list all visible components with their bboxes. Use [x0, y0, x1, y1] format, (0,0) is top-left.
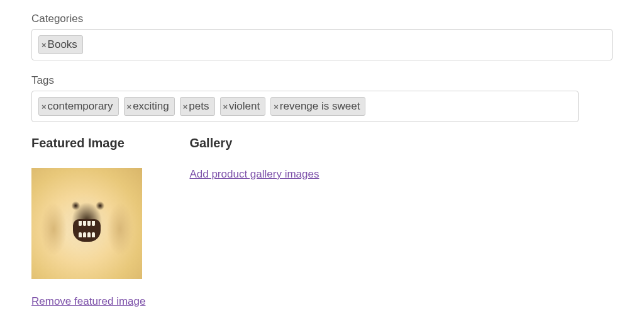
gallery-heading: Gallery [189, 136, 319, 150]
close-icon[interactable]: × [42, 103, 47, 111]
categories-label: Categories [31, 13, 613, 25]
tag-label: exciting [133, 99, 169, 113]
tag-label: revenge is sweet [280, 99, 360, 113]
featured-image-column: Featured Image Remove featured image [31, 136, 145, 308]
add-gallery-images-link[interactable]: Add product gallery images [189, 168, 319, 181]
close-icon[interactable]: × [223, 103, 228, 111]
tags-field: Tags × contemporary × exciting × pets × … [31, 74, 613, 122]
image-section: Featured Image Remove featured image Gal… [31, 136, 613, 308]
categories-field: Categories × Books [31, 13, 613, 60]
tag-label: violent [229, 99, 260, 113]
tag-label: contemporary [48, 99, 113, 113]
tag-label: pets [189, 99, 209, 113]
tag-label: Books [48, 38, 77, 52]
featured-image-thumbnail[interactable] [31, 168, 142, 279]
close-icon[interactable]: × [127, 103, 132, 111]
featured-image-heading: Featured Image [31, 136, 145, 150]
tags-label: Tags [31, 74, 613, 87]
tag-chip[interactable]: × violent [220, 97, 266, 116]
tags-input[interactable]: × contemporary × exciting × pets × viole… [31, 91, 579, 122]
category-tag[interactable]: × Books [38, 35, 83, 54]
remove-featured-image-link[interactable]: Remove featured image [31, 295, 145, 308]
close-icon[interactable]: × [183, 103, 188, 111]
tag-chip[interactable]: × exciting [124, 97, 175, 116]
close-icon[interactable]: × [42, 41, 47, 49]
categories-input[interactable]: × Books [31, 29, 613, 60]
tag-chip[interactable]: × pets [180, 97, 215, 116]
tag-chip[interactable]: × revenge is sweet [270, 97, 365, 116]
gallery-column: Gallery Add product gallery images [189, 136, 319, 308]
tag-chip[interactable]: × contemporary [38, 97, 119, 116]
close-icon[interactable]: × [274, 103, 279, 111]
